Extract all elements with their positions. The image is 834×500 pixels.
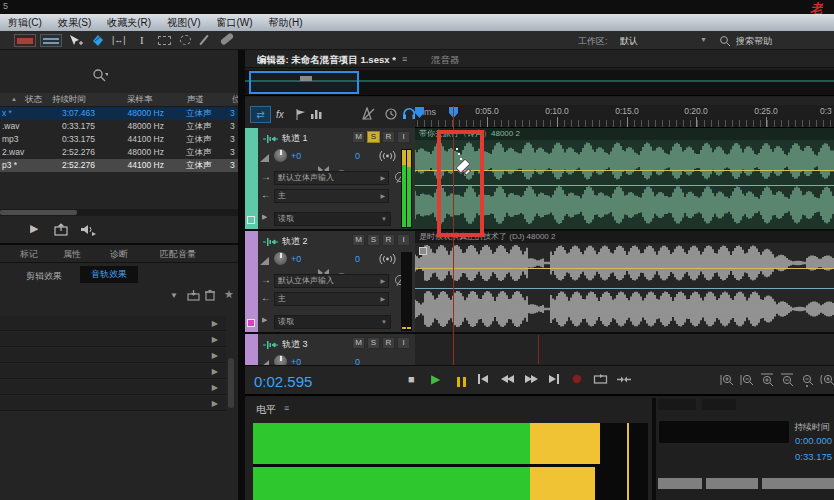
track2-color-strip[interactable]	[245, 231, 258, 332]
input-monitor-button[interactable]: I	[397, 337, 410, 349]
menu-window[interactable]: 窗口(W)	[216, 16, 252, 30]
track-input-select[interactable]: 默认立体声输入▶	[274, 274, 389, 288]
input-monitor-button[interactable]: I	[397, 234, 410, 246]
files-play-button[interactable]: ▶	[30, 222, 38, 235]
search-help-label[interactable]: 搜索帮助	[736, 35, 772, 48]
fx-slot[interactable]: ▶	[0, 380, 226, 395]
file-row[interactable]: x *3:07.46348000 Hz立体声3	[0, 107, 238, 120]
files-hscrollbar[interactable]	[0, 209, 238, 216]
razor-mode-icon[interactable]	[295, 108, 307, 121]
search-icon[interactable]	[719, 35, 731, 47]
play-button[interactable]: ▶	[431, 372, 440, 386]
input-monitor-button[interactable]: I	[397, 131, 410, 143]
zoom-out-button[interactable]	[740, 373, 755, 388]
clip2-fade-handle[interactable]	[419, 247, 427, 255]
files-autoplay-button[interactable]	[54, 223, 69, 236]
tab-match-volume[interactable]: 匹配音量	[160, 248, 196, 261]
pan-value[interactable]: 0	[355, 254, 360, 264]
fx-vscrollbar[interactable]	[228, 358, 234, 408]
sort-asc-icon[interactable]: ▲	[11, 96, 17, 102]
tab-mixer[interactable]: 混音器	[431, 54, 460, 67]
solo-button[interactable]: S	[367, 337, 380, 349]
record-button[interactable]	[572, 374, 582, 384]
panel-divider[interactable]	[238, 50, 245, 500]
monitor-input-icon[interactable]	[379, 150, 396, 162]
track3-color-strip[interactable]	[245, 334, 258, 365]
volume-value[interactable]: +0	[291, 254, 301, 264]
fx-slot[interactable]: ▶	[0, 396, 226, 411]
levels-menu-icon[interactable]: ≡	[284, 403, 289, 413]
fx-preset-dropdown-icon[interactable]: ▼	[170, 291, 178, 300]
track-name[interactable]: 轨道 2	[282, 235, 308, 248]
zoom-navigator[interactable]	[245, 70, 834, 96]
volume-value[interactable]: +0	[291, 357, 301, 365]
loop-playback-button[interactable]	[593, 373, 609, 386]
time-display-settings-icon[interactable]	[384, 107, 398, 121]
zoom-in-point-button[interactable]	[760, 373, 775, 388]
fx-slot-arrow-icon[interactable]: ▶	[212, 335, 218, 344]
menu-view[interactable]: 视图(V)	[167, 16, 200, 30]
fx-slot[interactable]: ▶	[0, 364, 226, 379]
selection-duration-value[interactable]: 0:00.000	[792, 435, 832, 446]
panel-tab-stub[interactable]	[702, 399, 736, 410]
slip-tool[interactable]: |↔|	[112, 35, 126, 45]
scrollbar-handle[interactable]	[0, 210, 77, 215]
timeline-ruler[interactable]: hms 0:05.0 0:10.0 0:15.0 0:20.0 0:25.0 0…	[415, 105, 834, 128]
fx-slot-arrow-icon[interactable]: ▶	[212, 367, 218, 376]
pan-envelope-line[interactable]	[415, 288, 834, 289]
fx-favorite-star-icon[interactable]: ★	[224, 288, 234, 301]
rewind-button[interactable]	[501, 371, 514, 387]
automation-expand-icon[interactable]: ▶	[262, 213, 267, 221]
track-name[interactable]: 轨道 3	[282, 338, 308, 351]
menu-clip[interactable]: 剪辑(C)	[8, 16, 42, 30]
file-row[interactable]: mp30:33.17544100 Hz立体声3	[0, 133, 238, 146]
zoom-out-point-button[interactable]	[780, 373, 795, 388]
file-row[interactable]: 2.wav2:52.27648000 Hz立体声3	[0, 146, 238, 159]
track3-lane[interactable]	[415, 334, 834, 365]
file-row[interactable]: p3 *2:52.27644100 Hz立体声3	[0, 159, 238, 172]
fx-slot[interactable]: ▶	[0, 316, 226, 331]
menu-favorites[interactable]: 收藏夹(R)	[107, 16, 151, 30]
multitrack-view-button[interactable]	[40, 34, 62, 47]
mute-button[interactable]: M	[352, 337, 365, 349]
track2-clip-chip[interactable]	[247, 319, 255, 327]
razor-tool[interactable]	[90, 34, 106, 47]
time-display[interactable]: 0:02.595	[254, 373, 312, 390]
automation-mode-select[interactable]: 读取▼	[274, 212, 391, 226]
col-rate[interactable]: 采样率	[127, 94, 153, 106]
move-tool[interactable]	[68, 34, 84, 47]
spot-healing-tool[interactable]	[220, 32, 235, 46]
monitor-input-icon[interactable]	[379, 253, 396, 265]
stop-button[interactable]: ■	[408, 373, 415, 385]
tab-diagnostics[interactable]: 诊断	[110, 248, 128, 261]
workspace-value[interactable]: 默认	[620, 35, 638, 48]
track1-color-strip[interactable]	[245, 128, 258, 229]
arm-record-button[interactable]: R	[382, 234, 395, 246]
time-fields-box[interactable]	[658, 420, 790, 444]
clip-track2[interactable]: 是时候表演真正的技术了 (DJ) 48000 2	[415, 231, 834, 334]
volume-value[interactable]: +0	[291, 151, 301, 161]
zoom-out-full-button[interactable]	[800, 373, 815, 388]
navigator-range-box[interactable]	[249, 71, 359, 94]
tab-properties[interactable]: 属性	[63, 248, 81, 261]
tab-markers[interactable]: 标记	[20, 248, 38, 261]
track-name[interactable]: 轨道 1	[282, 132, 308, 145]
track-output-select[interactable]: 主▶	[274, 292, 389, 306]
solo-button[interactable]: S	[367, 131, 380, 143]
fast-forward-button[interactable]	[525, 371, 538, 387]
move-mode-button[interactable]: ⇄	[250, 106, 271, 123]
automation-mode-select[interactable]: 读取▼	[274, 315, 391, 329]
col-duration[interactable]: 持续时间	[52, 94, 86, 106]
waveform-view-button[interactable]	[14, 34, 36, 47]
menu-effects[interactable]: 效果(S)	[58, 16, 91, 30]
arm-record-button[interactable]: R	[382, 337, 395, 349]
tab-clip-effects[interactable]: 剪辑效果	[26, 270, 62, 283]
zoom-in-button[interactable]	[720, 373, 735, 388]
view-duration-value[interactable]: 0:33.175	[792, 451, 832, 462]
fx-slot[interactable]: ▶	[0, 332, 226, 347]
automation-expand-icon[interactable]: ▶	[262, 316, 267, 324]
volume-knob[interactable]	[274, 355, 287, 365]
menu-help[interactable]: 帮助(H)	[269, 16, 303, 30]
volume-envelope-line[interactable]	[415, 268, 834, 269]
paintbrush-tool[interactable]	[199, 35, 208, 45]
